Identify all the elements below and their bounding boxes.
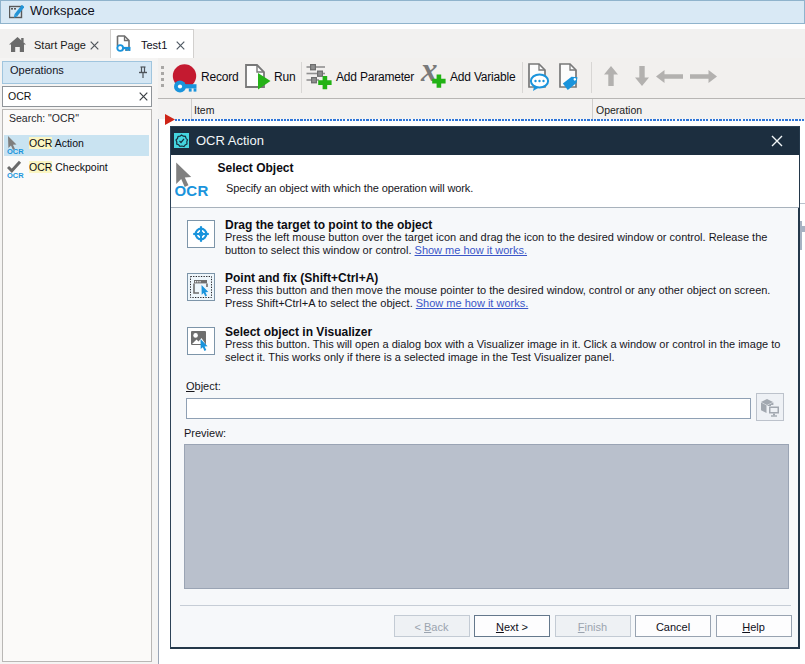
svg-text:OCR: OCR [7, 171, 24, 179]
svg-text:OCR: OCR [7, 147, 24, 155]
svg-text:OCR: OCR [175, 182, 208, 199]
